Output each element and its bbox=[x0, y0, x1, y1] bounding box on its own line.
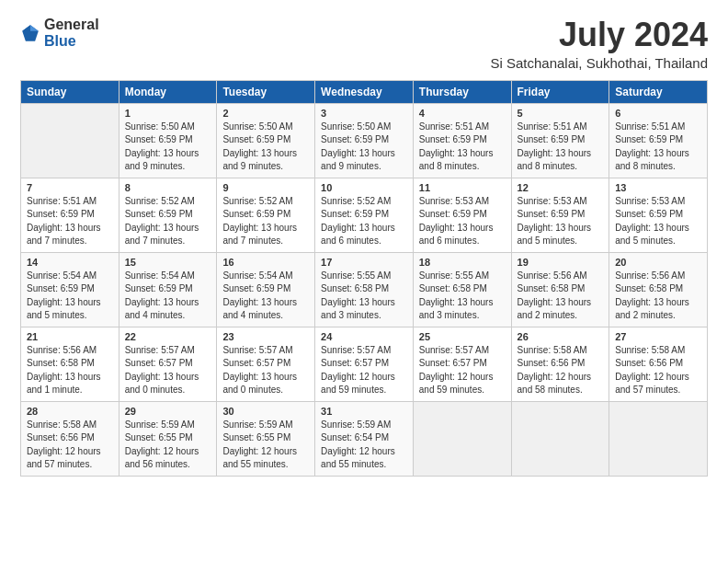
cell-day-number: 31 bbox=[321, 406, 407, 417]
cell-day-number: 25 bbox=[419, 331, 506, 342]
table-row: 23Sunrise: 5:57 AMSunset: 6:57 PMDayligh… bbox=[217, 327, 315, 401]
table-row: 18Sunrise: 5:55 AMSunset: 6:58 PMDayligh… bbox=[413, 252, 511, 327]
table-row: 27Sunrise: 5:58 AMSunset: 6:56 PMDayligh… bbox=[609, 327, 708, 401]
col-thursday: Thursday bbox=[413, 80, 511, 103]
cell-sun-info: Sunrise: 5:52 AMSunset: 6:59 PMDaylight:… bbox=[222, 196, 297, 247]
table-row bbox=[609, 401, 708, 476]
cell-day-number: 13 bbox=[615, 182, 701, 193]
cell-sun-info: Sunrise: 5:53 AMSunset: 6:59 PMDaylight:… bbox=[615, 196, 689, 247]
cell-sun-info: Sunrise: 5:57 AMSunset: 6:57 PMDaylight:… bbox=[419, 345, 494, 396]
cell-day-number: 28 bbox=[27, 406, 113, 417]
table-row: 11Sunrise: 5:53 AMSunset: 6:59 PMDayligh… bbox=[413, 178, 511, 252]
calendar-header-row: Sunday Monday Tuesday Wednesday Thursday… bbox=[21, 80, 708, 103]
table-row: 17Sunrise: 5:55 AMSunset: 6:58 PMDayligh… bbox=[315, 252, 414, 327]
table-row: 19Sunrise: 5:56 AMSunset: 6:58 PMDayligh… bbox=[511, 252, 609, 327]
cell-day-number: 12 bbox=[518, 182, 604, 193]
cell-day-number: 19 bbox=[518, 257, 604, 268]
cell-day-number: 1 bbox=[125, 108, 211, 119]
cell-day-number: 11 bbox=[419, 182, 506, 193]
cell-sun-info: Sunrise: 5:58 AMSunset: 6:56 PMDaylight:… bbox=[615, 345, 689, 396]
cell-sun-info: Sunrise: 5:59 AMSunset: 6:55 PMDaylight:… bbox=[125, 419, 199, 470]
table-row: 29Sunrise: 5:59 AMSunset: 6:55 PMDayligh… bbox=[119, 401, 217, 476]
page-title: July 2024 bbox=[490, 17, 708, 53]
cell-day-number: 22 bbox=[125, 331, 211, 342]
table-row: 21Sunrise: 5:56 AMSunset: 6:58 PMDayligh… bbox=[21, 327, 119, 401]
col-sunday: Sunday bbox=[21, 80, 119, 103]
cell-sun-info: Sunrise: 5:52 AMSunset: 6:59 PMDaylight:… bbox=[321, 196, 395, 247]
calendar-week-row: 1Sunrise: 5:50 AMSunset: 6:59 PMDaylight… bbox=[21, 103, 708, 178]
cell-sun-info: Sunrise: 5:56 AMSunset: 6:58 PMDaylight:… bbox=[518, 270, 592, 321]
cell-sun-info: Sunrise: 5:53 AMSunset: 6:59 PMDaylight:… bbox=[419, 196, 494, 247]
table-row: 9Sunrise: 5:52 AMSunset: 6:59 PMDaylight… bbox=[217, 178, 315, 252]
cell-day-number: 29 bbox=[125, 406, 211, 417]
cell-sun-info: Sunrise: 5:50 AMSunset: 6:59 PMDaylight:… bbox=[125, 121, 199, 172]
cell-day-number: 6 bbox=[615, 108, 701, 119]
cell-day-number: 27 bbox=[615, 331, 701, 342]
cell-sun-info: Sunrise: 5:51 AMSunset: 6:59 PMDaylight:… bbox=[615, 121, 689, 172]
table-row: 12Sunrise: 5:53 AMSunset: 6:59 PMDayligh… bbox=[511, 178, 609, 252]
cell-day-number: 7 bbox=[27, 182, 113, 193]
svg-marker-1 bbox=[30, 25, 39, 31]
logo-text-blue: Blue bbox=[44, 33, 76, 49]
table-row: 28Sunrise: 5:58 AMSunset: 6:56 PMDayligh… bbox=[21, 401, 119, 476]
cell-sun-info: Sunrise: 5:54 AMSunset: 6:59 PMDaylight:… bbox=[27, 270, 101, 321]
title-block: July 2024 Si Satchanalai, Sukhothai, Tha… bbox=[490, 17, 708, 71]
cell-day-number: 16 bbox=[222, 257, 309, 268]
cell-sun-info: Sunrise: 5:55 AMSunset: 6:58 PMDaylight:… bbox=[321, 270, 395, 321]
calendar-week-row: 21Sunrise: 5:56 AMSunset: 6:58 PMDayligh… bbox=[21, 327, 708, 401]
table-row: 4Sunrise: 5:51 AMSunset: 6:59 PMDaylight… bbox=[413, 103, 511, 178]
page-subtitle: Si Satchanalai, Sukhothai, Thailand bbox=[490, 55, 708, 71]
cell-day-number: 21 bbox=[27, 331, 113, 342]
cell-sun-info: Sunrise: 5:51 AMSunset: 6:59 PMDaylight:… bbox=[419, 121, 494, 172]
cell-day-number: 20 bbox=[615, 257, 701, 268]
cell-sun-info: Sunrise: 5:59 AMSunset: 6:55 PMDaylight:… bbox=[222, 419, 297, 470]
cell-sun-info: Sunrise: 5:53 AMSunset: 6:59 PMDaylight:… bbox=[518, 196, 592, 247]
logo: General Blue bbox=[20, 17, 99, 50]
cell-sun-info: Sunrise: 5:56 AMSunset: 6:58 PMDaylight:… bbox=[615, 270, 689, 321]
table-row: 25Sunrise: 5:57 AMSunset: 6:57 PMDayligh… bbox=[413, 327, 511, 401]
table-row: 8Sunrise: 5:52 AMSunset: 6:59 PMDaylight… bbox=[119, 178, 217, 252]
table-row: 2Sunrise: 5:50 AMSunset: 6:59 PMDaylight… bbox=[217, 103, 315, 178]
col-friday: Friday bbox=[511, 80, 609, 103]
table-row bbox=[413, 401, 511, 476]
cell-sun-info: Sunrise: 5:54 AMSunset: 6:59 PMDaylight:… bbox=[222, 270, 297, 321]
calendar-week-row: 14Sunrise: 5:54 AMSunset: 6:59 PMDayligh… bbox=[21, 252, 708, 327]
cell-sun-info: Sunrise: 5:56 AMSunset: 6:58 PMDaylight:… bbox=[27, 345, 101, 396]
cell-day-number: 24 bbox=[321, 331, 407, 342]
col-wednesday: Wednesday bbox=[315, 80, 414, 103]
table-row: 20Sunrise: 5:56 AMSunset: 6:58 PMDayligh… bbox=[609, 252, 708, 327]
cell-day-number: 14 bbox=[27, 257, 113, 268]
cell-sun-info: Sunrise: 5:58 AMSunset: 6:56 PMDaylight:… bbox=[27, 419, 101, 470]
logo-icon bbox=[20, 23, 40, 43]
table-row: 10Sunrise: 5:52 AMSunset: 6:59 PMDayligh… bbox=[315, 178, 414, 252]
cell-day-number: 26 bbox=[518, 331, 604, 342]
cell-day-number: 8 bbox=[125, 182, 211, 193]
table-row: 14Sunrise: 5:54 AMSunset: 6:59 PMDayligh… bbox=[21, 252, 119, 327]
cell-sun-info: Sunrise: 5:51 AMSunset: 6:59 PMDaylight:… bbox=[518, 121, 592, 172]
col-monday: Monday bbox=[119, 80, 217, 103]
cell-sun-info: Sunrise: 5:55 AMSunset: 6:58 PMDaylight:… bbox=[419, 270, 494, 321]
cell-day-number: 4 bbox=[419, 108, 506, 119]
calendar-week-row: 28Sunrise: 5:58 AMSunset: 6:56 PMDayligh… bbox=[21, 401, 708, 476]
cell-sun-info: Sunrise: 5:51 AMSunset: 6:59 PMDaylight:… bbox=[27, 196, 101, 247]
logo-text-general: General bbox=[44, 17, 99, 32]
table-row: 30Sunrise: 5:59 AMSunset: 6:55 PMDayligh… bbox=[217, 401, 315, 476]
table-row: 1Sunrise: 5:50 AMSunset: 6:59 PMDaylight… bbox=[119, 103, 217, 178]
cell-sun-info: Sunrise: 5:58 AMSunset: 6:56 PMDaylight:… bbox=[518, 345, 592, 396]
table-row: 31Sunrise: 5:59 AMSunset: 6:54 PMDayligh… bbox=[315, 401, 414, 476]
cell-sun-info: Sunrise: 5:50 AMSunset: 6:59 PMDaylight:… bbox=[321, 121, 395, 172]
table-row bbox=[511, 401, 609, 476]
table-row: 6Sunrise: 5:51 AMSunset: 6:59 PMDaylight… bbox=[609, 103, 708, 178]
table-row: 15Sunrise: 5:54 AMSunset: 6:59 PMDayligh… bbox=[119, 252, 217, 327]
cell-day-number: 2 bbox=[222, 108, 309, 119]
col-saturday: Saturday bbox=[609, 80, 708, 103]
table-row: 24Sunrise: 5:57 AMSunset: 6:57 PMDayligh… bbox=[315, 327, 414, 401]
table-row: 13Sunrise: 5:53 AMSunset: 6:59 PMDayligh… bbox=[609, 178, 708, 252]
cell-day-number: 17 bbox=[321, 257, 407, 268]
cell-sun-info: Sunrise: 5:59 AMSunset: 6:54 PMDaylight:… bbox=[321, 419, 395, 470]
page-header: General Blue July 2024 Si Satchanalai, S… bbox=[20, 17, 708, 71]
table-row: 22Sunrise: 5:57 AMSunset: 6:57 PMDayligh… bbox=[119, 327, 217, 401]
table-row: 16Sunrise: 5:54 AMSunset: 6:59 PMDayligh… bbox=[217, 252, 315, 327]
table-row: 3Sunrise: 5:50 AMSunset: 6:59 PMDaylight… bbox=[315, 103, 414, 178]
cell-sun-info: Sunrise: 5:57 AMSunset: 6:57 PMDaylight:… bbox=[321, 345, 395, 396]
